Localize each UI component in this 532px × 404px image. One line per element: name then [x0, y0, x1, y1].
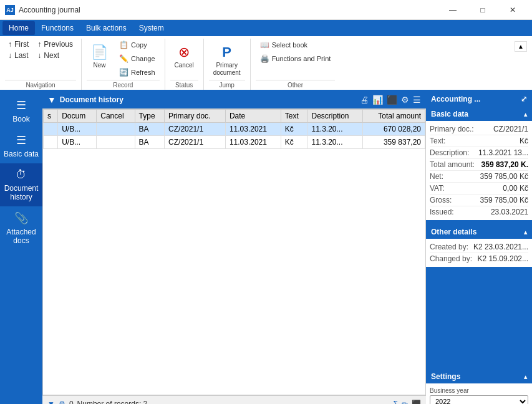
right-row-created-by: Created by: K2 23.03.2021... — [430, 241, 528, 253]
right-row-primary-doc: Primary doc.: CZ/2021/1 — [430, 123, 528, 135]
ribbon: ↑ First ↓ Last ↑ Previous ↓ Next Navi — [0, 36, 532, 91]
ribbon-nav-col2: ↑ Previous ↓ Next — [34, 39, 76, 61]
cell-cancel — [97, 123, 135, 136]
new-label: New — [94, 62, 106, 69]
next-button[interactable]: ↓ Next — [34, 50, 76, 61]
primary-doc-label: Primary doc.: — [430, 125, 474, 133]
ribbon-group-navigation: ↑ First ↓ Last ↑ Previous ↓ Next Navi — [5, 39, 82, 90]
right-panel-expand-icon[interactable]: ⤢ — [521, 95, 527, 103]
export-status-icon[interactable]: ⬛ — [412, 400, 421, 405]
select-book-label: Select book — [272, 41, 307, 49]
primary-doc-icon: P — [222, 44, 231, 60]
sidebar-item-attached-docs[interactable]: 📎 Attached docs — [0, 206, 42, 250]
other-details-collapse-icon[interactable] — [524, 228, 527, 236]
main-layout: ☰ Book ☰ Basic data ⏱ Document history 📎… — [0, 91, 532, 404]
new-button[interactable]: 📄 New — [87, 39, 112, 76]
sidebar-item-basic-data[interactable]: ☰ Basic data — [0, 128, 42, 163]
select-book-icon: 📖 — [260, 41, 269, 49]
table-row[interactable]: U/B... BA CZ/2021/1 11.03.2021 Kč 11.3.2… — [44, 123, 425, 136]
right-panel-title: Accounting ... — [431, 95, 480, 103]
sidebar-item-book[interactable]: ☰ Book — [0, 94, 42, 128]
ribbon-collapse-button[interactable]: ▲ — [515, 41, 527, 52]
chart-tool[interactable]: 📊 — [372, 95, 383, 105]
other-details-section-title: Other details — [431, 228, 476, 236]
settings-collapse-icon[interactable] — [524, 372, 527, 381]
cancel-label: Cancel — [175, 62, 194, 69]
table-row[interactable]: U/B... BA CZ/2021/1 11.03.2021 Kč 11.3.2… — [44, 136, 425, 149]
previous-button[interactable]: ↑ Previous — [34, 39, 76, 50]
text-value: Kč — [520, 137, 528, 145]
last-label: Last — [14, 51, 29, 60]
app-icon: AJ — [5, 5, 15, 15]
maximize-button[interactable]: □ — [468, 0, 497, 20]
menu-item-home[interactable]: Home — [2, 21, 35, 35]
edit-status-icon[interactable]: ✏ — [402, 400, 408, 405]
col-header-docum: Docum — [58, 110, 97, 123]
sidebar-basic-data-label: Basic data — [4, 150, 39, 158]
menu-item-bulk-actions[interactable]: Bulk actions — [80, 21, 133, 35]
col-header-text: Text — [281, 110, 307, 123]
settings-section-header: Settings — [426, 370, 532, 383]
document-history-header: ▼ Document history 🖨 📊 ⬛ ⚙ ☰ — [42, 91, 426, 108]
title-bar: AJ Accounting journal — □ ✕ — [0, 0, 532, 20]
col-header-cancel: Cancel — [97, 110, 135, 123]
last-button[interactable]: ↓ Last — [5, 50, 32, 61]
change-label: Change — [131, 55, 155, 62]
close-button[interactable]: ✕ — [498, 0, 527, 20]
col-header-date: Date — [225, 110, 281, 123]
first-button[interactable]: ↑ First — [5, 39, 32, 50]
primary-document-button[interactable]: P Primarydocument — [209, 39, 245, 76]
filter-count: 0 — [69, 400, 74, 405]
col-header-primary-doc: Primary doc. — [165, 110, 226, 123]
column-tool[interactable]: ⚙ — [401, 95, 409, 105]
ribbon-group-record: 📄 New 📋 Copy ✏️ Change 🔄 Refresh Record — [82, 39, 165, 90]
basic-data-collapse-icon[interactable] — [524, 110, 527, 118]
records-count: Number of records: 2 — [77, 400, 148, 405]
sidebar-document-history-label: Document history — [2, 184, 40, 201]
col-header-type: Type — [135, 110, 165, 123]
right-row-total-amount: Total amount: 359 837,20 K. — [430, 159, 528, 171]
sidebar-item-document-history[interactable]: ⏱ Document history — [0, 163, 42, 206]
cancel-icon: ⊗ — [178, 44, 190, 60]
export-tool[interactable]: ⬛ — [387, 95, 397, 105]
refresh-button[interactable]: 🔄 Refresh — [115, 66, 160, 79]
primary-doc-value: CZ/2021/1 — [493, 125, 528, 133]
cell-docum: U/B... — [58, 123, 97, 136]
functions-print-button[interactable]: 🖨️ Functions and Print — [256, 52, 336, 65]
copy-button[interactable]: 📋 Copy — [115, 39, 160, 51]
other-details-section-header: Other details — [426, 225, 532, 239]
right-row-gross: Gross: 359 785,00 Kč — [430, 195, 528, 206]
gross-value: 359 785,00 Kč — [480, 196, 528, 204]
business-year-select[interactable]: 2022 2021 2020 — [430, 395, 528, 404]
previous-icon: ↑ — [37, 40, 41, 49]
filter-status-icon[interactable]: ▼ — [47, 400, 55, 405]
change-button[interactable]: ✏️ Change — [115, 52, 160, 65]
settings-tool[interactable]: ☰ — [413, 95, 421, 105]
select-book-button[interactable]: 📖 Select book — [256, 39, 336, 51]
primary-doc-label: Primarydocument — [213, 62, 241, 77]
new-icon: 📄 — [91, 44, 108, 60]
settings-status-icon[interactable]: ⚙ — [59, 400, 65, 405]
next-label: Next — [44, 51, 59, 60]
cell-s — [44, 136, 58, 149]
status-group-label: Status — [170, 80, 198, 89]
minimize-button[interactable]: — — [438, 0, 467, 20]
jump-group-label: Jump — [209, 80, 245, 89]
app-title: Accounting journal — [19, 6, 80, 14]
issued-value: 23.03.2021 — [491, 208, 528, 216]
right-panel: Accounting ... ⤢ Basic data Primary doc.… — [426, 91, 532, 404]
menu-item-system[interactable]: System — [133, 21, 170, 35]
cell-date: 11.03.2021 — [225, 136, 281, 149]
gross-label: Gross: — [430, 196, 452, 204]
col-header-description: Description — [307, 110, 363, 123]
record-group-label: Record — [87, 80, 160, 89]
cell-total-amount: 359 837,20 — [363, 136, 425, 149]
vat-label: VAT: — [430, 184, 445, 193]
total-amount-label: Total amount: — [430, 160, 475, 169]
basic-data-section-title: Basic data — [431, 110, 468, 118]
document-history-table-container: s Docum Cancel Type Primary doc. Date Te… — [42, 108, 426, 395]
sum-icon[interactable]: Σ — [394, 400, 398, 405]
menu-item-functions[interactable]: Functions — [35, 21, 80, 35]
cancel-button[interactable]: ⊗ Cancel — [170, 39, 198, 76]
print-tool[interactable]: 🖨 — [360, 95, 369, 105]
